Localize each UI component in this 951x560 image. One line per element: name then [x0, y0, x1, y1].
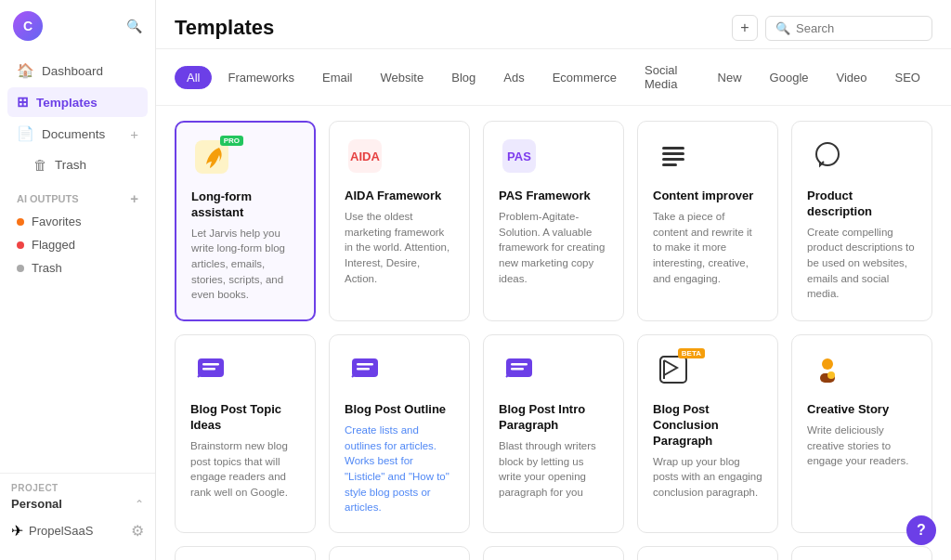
svg-rect-12 — [202, 363, 219, 366]
card-title-blog-intro: Blog Post Intro Paragraph — [499, 402, 608, 434]
sidebar-item-templates[interactable]: ⊞ Templates — [7, 87, 148, 117]
card-desc-content-improver: Take a piece of content and rewrite it t… — [653, 209, 762, 286]
template-card-product-desc[interactable]: Product description Create compelling pr… — [791, 121, 932, 321]
sidebar-item-dashboard-label: Dashboard — [42, 64, 103, 78]
card-icon-content-improver — [657, 139, 690, 179]
filter-tab-google[interactable]: Google — [758, 66, 821, 89]
svg-rect-9 — [662, 163, 677, 166]
filter-tab-frameworks[interactable]: Frameworks — [215, 66, 306, 89]
search-icon[interactable]: 🔍 — [126, 19, 142, 33]
svg-rect-18 — [511, 363, 528, 366]
sidebar-item-favorites[interactable]: Favorites — [0, 210, 155, 233]
svg-text:PAS: PAS — [507, 150, 531, 163]
sidebar-item-trash[interactable]: 🗑 Trash — [7, 150, 148, 179]
template-card-google-ads[interactable]: Google ads headline Create high converti… — [791, 546, 932, 560]
card-icon-blog-topic — [194, 353, 228, 393]
card-icon-blog-conclusion — [657, 353, 690, 393]
svg-rect-7 — [662, 152, 684, 155]
documents-add-icon[interactable]: + — [130, 126, 138, 142]
svg-rect-13 — [202, 368, 215, 371]
filter-tab-social-media[interactable]: Social Media — [632, 59, 702, 96]
sidebar-item-trash2[interactable]: Trash — [0, 256, 155, 280]
card-icon-wrap-long-form: PRO — [191, 139, 232, 180]
card-icon-wrap-blog-outline — [345, 352, 385, 393]
filter-tab-ecommerce[interactable]: Ecommerce — [541, 66, 629, 89]
search-input[interactable] — [796, 21, 922, 35]
card-title-pas: PAS Framework — [499, 189, 608, 204]
card-icon-wrap-aida: AIDA — [345, 138, 385, 179]
card-icon-wrap-product-desc — [807, 138, 848, 179]
search-icon: 🔍 — [775, 21, 790, 35]
card-icon-wrap-content-improver — [653, 138, 694, 179]
card-desc-blog-topic: Brainstorm new blog post topics that wil… — [190, 438, 300, 501]
filter-tab-new[interactable]: New — [706, 66, 754, 89]
card-icon-wrap-pas: PAS — [499, 138, 540, 179]
project-name: Personal — [11, 497, 62, 511]
card-desc-product-desc: Create compelling product descriptions t… — [807, 225, 917, 302]
filter-tab-seo[interactable]: SEO — [883, 66, 932, 89]
svg-point-21 — [822, 358, 833, 370]
template-card-fb-headline[interactable]: Facebook ad headline Generate scroll-sto… — [483, 546, 624, 560]
flagged-dot — [17, 241, 24, 249]
filter-tab-ads[interactable]: Ads — [491, 66, 536, 89]
svg-rect-16 — [357, 368, 370, 371]
sidebar-item-documents[interactable]: 📄 Documents + — [7, 119, 148, 149]
template-card-creative-story[interactable]: Creative Story Write deliciously creativ… — [791, 334, 932, 533]
template-card-blog-topic[interactable]: Blog Post Topic Ideas Brainstorm new blo… — [175, 334, 316, 533]
search-box: 🔍 — [765, 16, 932, 41]
filter-tab-website[interactable]: Website — [368, 66, 436, 89]
ai-outputs-section: AI outputs + — [0, 181, 155, 210]
filter-tab-video[interactable]: Video — [825, 66, 879, 89]
sidebar-item-trash-label: Trash — [55, 158, 86, 172]
card-title-blog-outline: Blog Post Outline — [345, 402, 454, 418]
card-icon-aida: AIDA — [348, 139, 382, 179]
user-name: PropelSaaS — [29, 524, 93, 538]
card-icon-creative-story — [811, 353, 844, 393]
template-card-sentence-expander[interactable]: Sentence Expander Expand a short sentenc… — [329, 546, 470, 560]
card-title-aida: AIDA Framework — [345, 189, 454, 204]
sidebar-item-flagged[interactable]: Flagged — [0, 233, 155, 256]
trash2-dot — [17, 265, 24, 272]
template-card-aida[interactable]: AIDA AIDA Framework Use the oldest marke… — [329, 121, 470, 321]
dashboard-icon: 🏠 — [17, 62, 34, 79]
template-card-pas[interactable]: PAS PAS Framework Problem-Agitate-Soluti… — [483, 121, 624, 321]
sidebar-item-templates-label: Templates — [36, 96, 98, 110]
card-title-product-desc: Product description — [807, 189, 917, 220]
template-card-fb-primary[interactable]: Facebook ad primary text Create high con… — [637, 546, 778, 560]
filter-tab-blog[interactable]: Blog — [439, 66, 488, 89]
svg-rect-6 — [662, 147, 684, 150]
sidebar-item-dashboard[interactable]: 🏠 Dashboard — [7, 56, 148, 85]
filter-tab-email[interactable]: Email — [310, 66, 365, 89]
sidebar-user: ✈ PropelSaaS ⚙ — [11, 514, 144, 540]
template-card-content-improver[interactable]: Content improver Take a piece of content… — [637, 121, 778, 321]
help-button[interactable]: ? — [906, 515, 936, 545]
template-card-blog-intro[interactable]: Blog Post Intro Paragraph Blast through … — [483, 334, 624, 533]
card-icon-wrap-blog-intro — [499, 352, 540, 393]
template-card-long-form[interactable]: PRO Long-form assistant Let Jarvis help … — [175, 121, 316, 321]
ai-outputs-add-icon[interactable]: + — [130, 190, 138, 206]
sidebar: C 🔍 🏠 Dashboard ⊞ Templates 📄 Documents … — [0, 0, 156, 560]
add-template-button[interactable]: + — [732, 15, 758, 41]
svg-text:AIDA: AIDA — [350, 150, 380, 163]
app-logo[interactable]: C — [13, 11, 43, 41]
project-selector[interactable]: Personal ⌃ — [11, 493, 144, 514]
card-icon-pas: PAS — [502, 139, 536, 179]
svg-rect-8 — [662, 158, 684, 161]
svg-rect-19 — [511, 368, 524, 371]
template-card-blog-conclusion[interactable]: Beta Blog Post Conclusion Paragraph Wrap… — [637, 334, 778, 533]
card-desc-blog-intro: Blast through writers block by letting u… — [499, 438, 608, 501]
badge-blog-conclusion: Beta — [678, 348, 705, 358]
sidebar-logo-area: C 🔍 — [0, 11, 155, 56]
card-desc-aida: Use the oldest marketing framework in th… — [345, 209, 454, 286]
badge-long-form: PRO — [220, 136, 243, 146]
card-icon-blog-intro — [502, 353, 536, 393]
sidebar-item-documents-label: Documents — [42, 127, 105, 141]
card-desc-blog-outline: Create lists and outlines for articles. … — [345, 423, 454, 515]
gear-icon[interactable]: ⚙ — [131, 522, 144, 540]
filter-tab-all[interactable]: All — [175, 66, 212, 89]
card-title-blog-conclusion: Blog Post Conclusion Paragraph — [653, 402, 762, 449]
template-card-blog-outline[interactable]: Blog Post Outline Create lists and outli… — [329, 334, 470, 533]
card-title-content-improver: Content improver — [653, 189, 762, 204]
template-card-explain-child[interactable]: Explain It To a Child Rephrase text to m… — [175, 546, 316, 560]
page-header: Templates + 🔍 — [156, 0, 951, 49]
